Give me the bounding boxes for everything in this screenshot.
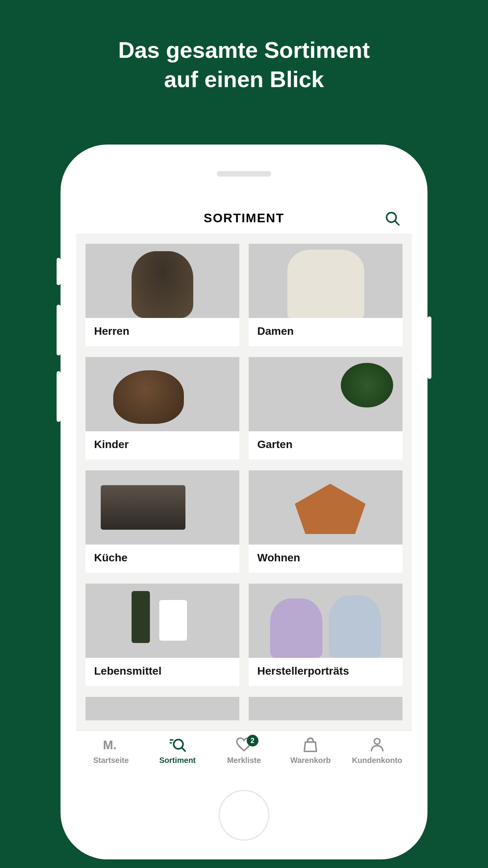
app-screen: SORTIMENT HerrenDamenKinderGartenKücheWo… bbox=[76, 195, 412, 777]
category-label: Herstellerporträts bbox=[249, 658, 403, 686]
category-label: Herren bbox=[85, 318, 239, 346]
category-card-lebensmittel[interactable]: Lebensmittel bbox=[85, 584, 239, 686]
tab-warenkorb[interactable]: Warenkorb bbox=[277, 736, 344, 765]
logo-icon: M. bbox=[102, 736, 119, 754]
category-grid[interactable]: HerrenDamenKinderGartenKücheWohnenLebens… bbox=[76, 234, 412, 730]
category-card-garten[interactable]: Garten bbox=[249, 357, 403, 459]
person-icon bbox=[369, 736, 386, 754]
category-thumbnail bbox=[85, 584, 239, 658]
category-label: Kinder bbox=[85, 431, 239, 459]
category-card-kinder[interactable]: Kinder bbox=[85, 357, 239, 459]
page-title: SORTIMENT bbox=[204, 211, 284, 225]
tab-merkliste[interactable]: Merkliste2 bbox=[211, 736, 277, 765]
category-label: Lebensmittel bbox=[85, 658, 239, 686]
phone-side-button bbox=[57, 258, 61, 285]
category-thumbnail bbox=[249, 357, 403, 431]
tab-label: Warenkorb bbox=[290, 756, 331, 765]
svg-text:M.: M. bbox=[103, 738, 117, 752]
tab-label: Kundenkonto bbox=[352, 756, 402, 765]
phone-side-button bbox=[57, 371, 61, 422]
search-icon bbox=[169, 736, 186, 754]
category-card-küche[interactable]: Küche bbox=[85, 470, 239, 573]
category-thumbnail bbox=[85, 244, 239, 318]
category-thumbnail bbox=[85, 470, 239, 545]
phone-side-button bbox=[57, 305, 61, 355]
category-label: Küche bbox=[85, 545, 239, 573]
category-label: Wohnen bbox=[249, 545, 403, 573]
category-thumbnail bbox=[249, 470, 403, 545]
category-card-wohnen[interactable]: Wohnen bbox=[249, 470, 403, 573]
phone-home-button bbox=[219, 790, 269, 841]
category-card-herren[interactable]: Herren bbox=[85, 244, 239, 346]
phone-speaker bbox=[217, 171, 271, 177]
marketing-headline: Das gesamte Sortiment auf einen Blick bbox=[0, 0, 488, 94]
tab-bar: M.StartseiteSortimentMerkliste2Warenkorb… bbox=[76, 730, 412, 777]
app-header: SORTIMENT bbox=[76, 195, 412, 234]
svg-line-1 bbox=[395, 221, 399, 225]
category-label: Damen bbox=[249, 318, 403, 346]
bag-icon bbox=[302, 736, 319, 754]
tab-label: Sortiment bbox=[159, 756, 196, 765]
phone-side-button bbox=[427, 316, 431, 379]
headline-line2: auf einen Blick bbox=[0, 64, 488, 94]
category-card-damen[interactable]: Damen bbox=[249, 244, 403, 346]
tab-badge: 2 bbox=[247, 735, 258, 747]
tab-sortiment[interactable]: Sortiment bbox=[144, 736, 210, 765]
category-thumbnail bbox=[85, 697, 239, 720]
search-button[interactable] bbox=[385, 211, 401, 227]
tab-label: Startseite bbox=[93, 756, 129, 765]
phone-mockup: SORTIMENT HerrenDamenKinderGartenKücheWo… bbox=[61, 145, 427, 859]
search-icon bbox=[385, 211, 401, 227]
tab-kundenkonto[interactable]: Kundenkonto bbox=[344, 736, 410, 765]
category-label: Garten bbox=[249, 431, 403, 459]
svg-point-7 bbox=[374, 739, 380, 745]
category-card-partial[interactable] bbox=[249, 697, 403, 720]
headline-line1: Das gesamte Sortiment bbox=[0, 35, 488, 64]
svg-line-6 bbox=[182, 748, 185, 751]
category-thumbnail bbox=[249, 697, 403, 720]
category-thumbnail bbox=[85, 357, 239, 431]
tab-label: Merkliste bbox=[227, 756, 261, 765]
category-card-partial[interactable] bbox=[85, 697, 239, 720]
category-card-herstellerporträts[interactable]: Herstellerporträts bbox=[249, 584, 403, 686]
category-thumbnail bbox=[249, 244, 403, 318]
tab-startseite[interactable]: M.Startseite bbox=[78, 736, 144, 765]
category-thumbnail bbox=[249, 584, 403, 658]
